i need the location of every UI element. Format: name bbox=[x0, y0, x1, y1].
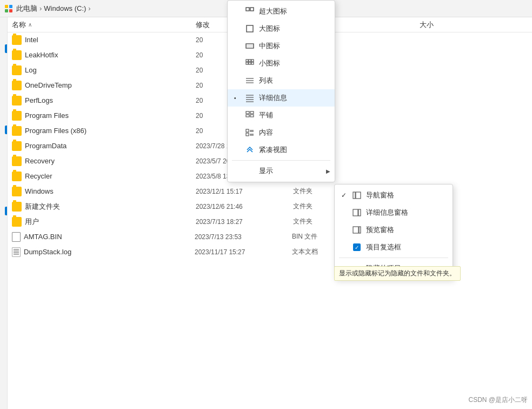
menu-item-details[interactable]: • 详细信息 bbox=[228, 89, 335, 107]
list-icon bbox=[245, 76, 255, 85]
row-name: 用户 bbox=[25, 217, 196, 227]
breadcrumb-sep1: › bbox=[39, 4, 42, 12]
menu-item-show[interactable]: 显示 bbox=[228, 162, 335, 180]
breadcrumb: 此电脑 › Windows (C:) › bbox=[16, 4, 93, 14]
submenu-item-preview-pane[interactable]: 预览窗格 bbox=[335, 221, 453, 239]
breadcrumb-drive[interactable]: Windows (C:) bbox=[44, 4, 86, 12]
row-name: ProgramData bbox=[25, 142, 196, 150]
folder-icon bbox=[12, 171, 22, 181]
menu-label-tiles: 平铺 bbox=[259, 110, 328, 120]
svg-rect-1 bbox=[9, 5, 12, 8]
submenu-item-item-checkbox[interactable]: ✓ 项目复选框 bbox=[335, 239, 453, 256]
file-row[interactable]: AMTAG.BIN 2023/7/13 23:53 BIN 文件 1 KB bbox=[8, 229, 532, 245]
svg-rect-22 bbox=[246, 111, 249, 114]
menu-item-extra-large[interactable]: 超大图标 bbox=[228, 3, 335, 20]
menu-label-content: 内容 bbox=[259, 128, 328, 137]
extra-large-icon bbox=[245, 6, 255, 16]
menu-item-medium[interactable]: 中图标 bbox=[228, 37, 335, 55]
svg-rect-5 bbox=[250, 8, 254, 11]
svg-rect-14 bbox=[251, 62, 254, 64]
breadcrumb-home[interactable]: 此电脑 bbox=[16, 4, 37, 14]
menu-divider-1 bbox=[232, 160, 330, 161]
folder-icon bbox=[12, 35, 22, 45]
explorer-icon bbox=[4, 4, 13, 13]
folder-icon bbox=[12, 81, 22, 90]
file-row[interactable]: 用户 2023/7/13 18:27 文件夹 bbox=[8, 214, 532, 229]
preview-pane-icon bbox=[352, 225, 362, 235]
row-date: 2023/11/17 15:27 bbox=[195, 248, 292, 256]
svg-rect-12 bbox=[246, 62, 248, 64]
submenu-item-nav-pane[interactable]: ✓ 导航窗格 bbox=[335, 187, 453, 204]
watermark: CSDN @是店小二呀 bbox=[468, 395, 528, 405]
small-icon bbox=[245, 58, 255, 68]
submenu-divider bbox=[339, 258, 448, 258]
svg-rect-35 bbox=[358, 209, 361, 216]
menu-item-tiles[interactable]: 平铺 bbox=[228, 107, 335, 124]
file-row[interactable]: 新建文件夹 2023/12/6 21:46 文件夹 bbox=[8, 199, 532, 214]
menu-item-large[interactable]: 大图标 bbox=[228, 20, 335, 37]
svg-rect-29 bbox=[246, 133, 249, 136]
svg-rect-6 bbox=[247, 25, 253, 32]
svg-rect-10 bbox=[249, 60, 251, 62]
compact-icon bbox=[245, 145, 255, 155]
svg-rect-0 bbox=[5, 5, 8, 8]
folder-icon bbox=[12, 65, 22, 75]
svg-rect-32 bbox=[353, 192, 355, 199]
menu-label-show: 显示 bbox=[259, 166, 328, 176]
submenu-label-nav-pane: 导航窗格 bbox=[366, 190, 394, 200]
submenu-show[interactable]: ✓ 导航窗格 详细信息窗格 预览窗格 bbox=[334, 184, 453, 280]
row-name: LeakHotfix bbox=[25, 51, 196, 59]
row-name: Recycler bbox=[25, 172, 196, 180]
svg-rect-3 bbox=[9, 9, 12, 12]
row-name: AMTAG.BIN bbox=[24, 233, 195, 241]
breadcrumb-sep2: › bbox=[88, 4, 90, 12]
sort-arrow: ∧ bbox=[28, 22, 32, 28]
menu-label-compact: 紧凑视图 bbox=[259, 145, 328, 155]
col-name-header[interactable]: 名称 ∧ bbox=[12, 20, 196, 30]
submenu-item-details-pane[interactable]: 详细信息窗格 bbox=[335, 204, 453, 221]
folder-icon bbox=[12, 126, 22, 136]
col-size-header[interactable]: 大小 bbox=[380, 20, 434, 30]
row-name: Windows bbox=[25, 187, 196, 195]
folder-icon bbox=[12, 156, 22, 166]
tooltip: 显示或隐藏标记为隐藏的文件和文件夹。 bbox=[334, 266, 461, 281]
file-row[interactable]: Windows 2023/12/1 15:17 文件夹 bbox=[8, 184, 532, 199]
row-date: 2023/12/6 21:46 bbox=[196, 203, 293, 210]
row-name: Program Files (x86) bbox=[25, 127, 196, 135]
medium-icon bbox=[245, 41, 255, 51]
row-name: Program Files bbox=[25, 111, 196, 120]
menu-label-large: 大图标 bbox=[259, 24, 328, 34]
row-name: Log bbox=[25, 66, 196, 74]
svg-rect-37 bbox=[359, 227, 361, 233]
large-icon bbox=[245, 24, 255, 34]
sidebar-marker-3 bbox=[5, 207, 7, 215]
menu-item-content[interactable]: 内容 bbox=[228, 124, 335, 141]
svg-rect-23 bbox=[250, 111, 254, 114]
menu-item-small[interactable]: 小图标 bbox=[228, 55, 335, 72]
menu-label-small: 小图标 bbox=[259, 58, 328, 68]
folder-icon bbox=[12, 111, 22, 121]
svg-rect-36 bbox=[353, 227, 358, 233]
row-date: 2023/12/1 15:17 bbox=[196, 188, 293, 195]
file-row[interactable]: DumpStack.log 2023/11/17 15:27 文本文档 12 K… bbox=[8, 245, 532, 260]
submenu-label-item-checkbox: 项目复选框 bbox=[366, 242, 401, 252]
details-icon bbox=[245, 93, 255, 103]
context-menu[interactable]: 超大图标 大图标 中图标 小图标 bbox=[227, 0, 335, 182]
svg-rect-13 bbox=[249, 62, 251, 64]
svg-rect-2 bbox=[5, 9, 8, 12]
row-date: 2023/7/13 18:27 bbox=[196, 218, 293, 226]
row-date: 2023/7/13 23:53 bbox=[195, 233, 292, 241]
menu-item-compact[interactable]: 紧凑视图 bbox=[228, 141, 335, 159]
row-name: Intel bbox=[25, 36, 196, 44]
row-name: 新建文件夹 bbox=[25, 202, 196, 212]
details-pane-icon bbox=[352, 208, 362, 217]
svg-rect-4 bbox=[246, 8, 249, 11]
menu-label-details: 详细信息 bbox=[259, 93, 328, 103]
tiles-icon bbox=[245, 110, 255, 120]
item-checkbox-icon: ✓ bbox=[352, 242, 362, 252]
menu-item-list[interactable]: 列表 bbox=[228, 72, 335, 89]
bin-file-icon bbox=[12, 232, 21, 242]
svg-rect-34 bbox=[353, 209, 358, 216]
svg-rect-26 bbox=[246, 129, 249, 132]
show-icon bbox=[245, 166, 255, 176]
